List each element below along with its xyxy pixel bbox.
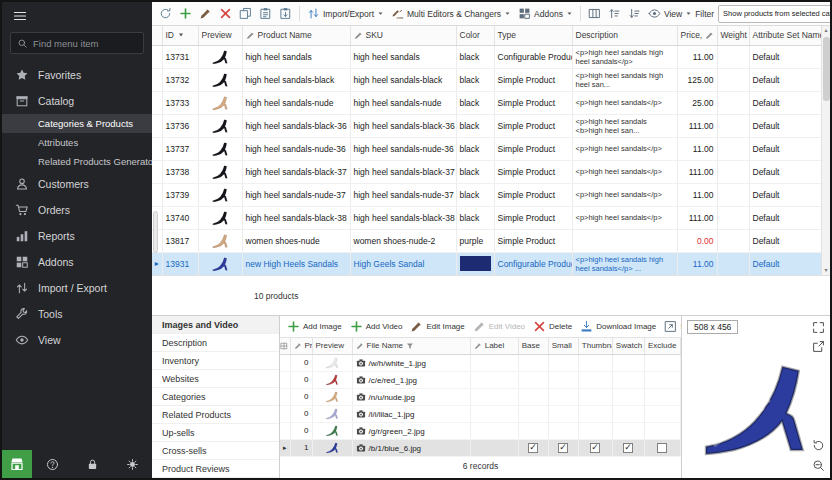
tab-images-and-video[interactable]: Images and Video <box>152 316 279 334</box>
addons-button[interactable]: Addons <box>515 5 576 22</box>
delete-button[interactable]: Delete <box>530 318 575 335</box>
clipboard-button[interactable] <box>276 5 295 22</box>
column-header-price[interactable]: Price, <box>677 26 717 45</box>
column-header-file-name[interactable]: File Name <box>352 338 470 354</box>
sidebar-item-related-products-generator[interactable]: Related Products Generator <box>2 152 152 171</box>
open-external-icon[interactable] <box>812 340 825 353</box>
edit-video-button[interactable]: Edit Video <box>470 318 528 335</box>
sidebar-item-view[interactable]: View <box>2 327 152 353</box>
import-export-button[interactable]: Import/Export <box>304 5 387 22</box>
sidebar-item-attributes[interactable]: Attributes <box>2 133 152 152</box>
add-video-button[interactable]: Add Video <box>347 318 406 335</box>
column-header-pr[interactable]: Pr <box>290 338 312 354</box>
column-header-description[interactable]: Description <box>572 26 677 45</box>
edit-button[interactable] <box>196 5 215 22</box>
delete-button[interactable] <box>216 5 235 22</box>
small-checkbox[interactable] <box>558 443 568 453</box>
sidebar-item-customers[interactable]: Customers <box>2 171 152 197</box>
product-row[interactable]: 13738high heel sandals-black-37high heel… <box>152 160 821 183</box>
column-header-base[interactable]: Base <box>518 338 548 354</box>
product-row[interactable]: ▸13931new High Heels SandalsHigh Geels S… <box>152 252 821 275</box>
splitter-handle[interactable] <box>153 211 158 253</box>
refresh-button[interactable] <box>156 5 175 22</box>
product-row[interactable]: 13737high heel sandals-nude-36high heel … <box>152 137 821 160</box>
tab-related-products[interactable]: Related Products <box>152 406 279 424</box>
tab-cross-sells[interactable]: Cross-sells <box>152 442 279 460</box>
column-header-exclude[interactable]: Exclude <box>644 338 680 354</box>
gear-icon[interactable] <box>112 458 152 471</box>
tab-websites[interactable]: Websites <box>152 370 279 388</box>
column-header-label[interactable]: Label <box>470 338 518 354</box>
thumbnail-checkbox[interactable] <box>590 443 600 453</box>
tab-categories[interactable]: Categories <box>152 388 279 406</box>
set-resize-rule-button[interactable]: Set Resize Rule <box>661 318 681 335</box>
image-row[interactable]: ▸1/b/1/blue_6.jpg <box>280 439 681 456</box>
tab-up-sells[interactable]: Up-sells <box>152 424 279 442</box>
add-image-button[interactable]: Add Image <box>284 318 345 335</box>
column-header-sku[interactable]: SKU <box>350 26 456 45</box>
column-header-color[interactable]: Color <box>456 26 494 45</box>
sidebar-item-import-export[interactable]: Import / Export <box>2 275 152 301</box>
product-row[interactable]: 13732high heel sandals-blackhigh heel sa… <box>152 68 821 91</box>
add-button[interactable] <box>176 5 195 22</box>
copy-button[interactable] <box>236 5 255 22</box>
lock-icon[interactable] <box>72 458 112 471</box>
column-header-small[interactable]: Small <box>548 338 578 354</box>
scroll-down-icon[interactable]: ▾ <box>824 266 827 275</box>
tab-product-reviews[interactable]: Product Reviews <box>152 460 279 478</box>
multi-editors-changers-button[interactable]: Multi Editors & Changers <box>388 5 514 22</box>
column-header-preview[interactable]: Preview <box>198 26 242 45</box>
products-scrollbar[interactable]: ▴ ▾ <box>821 26 830 275</box>
base-checkbox[interactable] <box>528 443 538 453</box>
swatch-checkbox[interactable] <box>623 443 633 453</box>
view-button[interactable]: View <box>645 5 695 22</box>
product-row[interactable]: 13739high heel sandals-nude-37high heel … <box>152 183 821 206</box>
columns-button[interactable] <box>585 5 604 22</box>
tab-inventory[interactable]: Inventory <box>152 352 279 370</box>
product-row[interactable]: 13817women shoes-nudewomen shoes-nude-2p… <box>152 229 821 252</box>
category-filter-select[interactable]: Show products from selected categories <box>718 5 830 23</box>
column-header-type[interactable]: Type <box>494 26 572 45</box>
product-row[interactable]: 13731high heel sandalshigh heel sandalsb… <box>152 45 821 68</box>
scrollbar-thumb[interactable] <box>823 37 830 101</box>
sidebar-item-orders[interactable]: Orders <box>2 197 152 223</box>
tab-description[interactable]: Description <box>152 334 279 352</box>
fullscreen-icon[interactable] <box>812 321 825 334</box>
image-row[interactable]: 0/c/e/red_1.jpg <box>280 371 681 388</box>
zoom-out-icon[interactable] <box>812 459 825 472</box>
column-header-preview[interactable]: Preview <box>312 338 352 354</box>
row-expander[interactable]: ▸ <box>152 252 162 275</box>
sidebar-search[interactable] <box>10 32 144 54</box>
product-row[interactable]: 13733high heel sandals-nudehigh heel san… <box>152 91 821 114</box>
sidebar-item-addons[interactable]: Addons <box>2 249 152 275</box>
image-row[interactable]: 0/g/r/green_2.jpg <box>280 422 681 439</box>
column-header-attribute-set-name[interactable]: Attribute Set Name <box>749 26 821 45</box>
exclude-checkbox[interactable] <box>657 443 667 453</box>
sortasc-button[interactable] <box>605 5 624 22</box>
image-row[interactable]: 0/n/u/nude.jpg <box>280 388 681 405</box>
sidebar-item-catalog[interactable]: Catalog <box>2 88 152 114</box>
sidebar-item-favorites[interactable]: Favorites <box>2 62 152 88</box>
column-header-weight[interactable]: Weight <box>717 26 749 45</box>
sortdesc-button[interactable] <box>625 5 644 22</box>
sidebar-item-reports[interactable]: Reports <box>2 223 152 249</box>
rotate-icon[interactable] <box>812 439 825 452</box>
download-image-button[interactable]: Download Image <box>577 318 659 335</box>
column-header-swatch[interactable]: Swatch <box>612 338 644 354</box>
product-row[interactable]: 13740high heel sandals-black-38high heel… <box>152 206 821 229</box>
image-row[interactable]: 0/l/i/lilac_1.jpg <box>280 405 681 422</box>
column-header-id[interactable]: ID <box>162 26 198 45</box>
image-row[interactable]: 0/w/h/white_1.jpg <box>280 354 681 371</box>
paste-button[interactable] <box>256 5 275 22</box>
store-icon[interactable] <box>2 450 32 478</box>
edit-image-button[interactable]: Edit Image <box>407 318 467 335</box>
scroll-up-icon[interactable]: ▴ <box>824 26 827 35</box>
sidebar-item-tools[interactable]: Tools <box>2 301 152 327</box>
product-row[interactable]: 13736high heel sandals-black-36high heel… <box>152 114 821 137</box>
sidebar-item-categories-products[interactable]: Categories & Products <box>2 114 152 133</box>
menu-icon[interactable] <box>12 8 28 24</box>
image-row-expander[interactable]: ▸ <box>280 439 290 456</box>
menu-search-input[interactable] <box>33 38 137 49</box>
help-icon[interactable] <box>32 458 72 471</box>
column-header-product-name[interactable]: Product Name <box>242 26 350 45</box>
